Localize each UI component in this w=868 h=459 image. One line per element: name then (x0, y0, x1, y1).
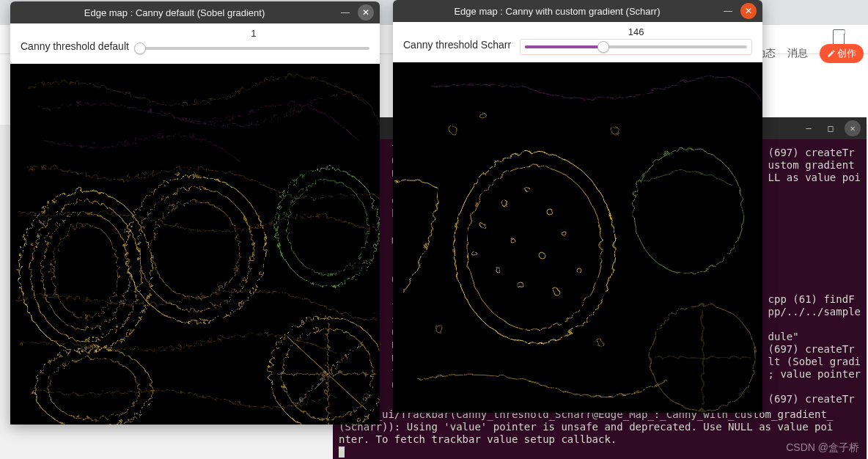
svg-point-30 (471, 251, 476, 255)
window-canny-scharr: Edge map : Canny with custom gradient (S… (393, 0, 762, 413)
svg-point-17 (452, 150, 613, 341)
terminal-maximize-button[interactable]: □ (823, 120, 839, 136)
terminal-close-button[interactable]: ✕ (845, 120, 861, 136)
window-title-scharr: Edge map : Canny with custom gradient (S… (399, 6, 716, 17)
slider-sobel[interactable] (138, 40, 369, 56)
svg-point-28 (574, 265, 578, 270)
terminal-text-upper: (697) createTr ustom gradient LL as valu… (768, 147, 861, 184)
window-title-sobel: Edge map : Canny default (Sobel gradient… (16, 7, 333, 18)
svg-point-31 (631, 147, 741, 271)
trackbar-label-sobel: Canny threshold default (21, 40, 138, 56)
edge-image-scharr (393, 62, 762, 413)
window-canny-sobel: Edge map : Canny default (Sobel gradient… (10, 1, 380, 425)
terminal-cursor (339, 447, 345, 458)
svg-point-6 (150, 199, 238, 295)
svg-point-8 (285, 178, 366, 272)
svg-point-27 (551, 287, 557, 293)
svg-point-36 (478, 111, 484, 117)
close-button-scharr[interactable]: ✕ (740, 3, 757, 19)
slider-scharr[interactable] (520, 39, 752, 55)
close-button-sobel[interactable]: ✕ (358, 4, 374, 21)
titlebar-sobel[interactable]: Edge map : Canny default (Sobel gradient… (10, 1, 380, 23)
svg-point-22 (508, 236, 512, 240)
edge-image-sobel (10, 64, 380, 425)
trackbar-label-scharr: Canny threshold Scharr (403, 39, 520, 55)
svg-point-35 (448, 125, 455, 132)
titlebar-scharr[interactable]: Edge map : Canny with custom gradient (S… (393, 0, 762, 22)
csdn-watermark: CSDN @盒子桥 (786, 441, 859, 455)
trackbar-scharr: Canny threshold Scharr 146 (393, 22, 762, 62)
slider-thumb-sobel[interactable] (134, 43, 146, 54)
terminal-minimize-button[interactable]: — (801, 120, 817, 136)
create-button-label: 创作 (837, 47, 856, 60)
svg-point-24 (559, 229, 564, 233)
svg-point-3 (51, 222, 117, 316)
svg-point-16 (45, 356, 136, 417)
csdn-nav: 动态 消息 创作 (755, 44, 864, 63)
svg-point-37 (609, 125, 617, 132)
nav-item-messages[interactable]: 消息 (787, 47, 808, 60)
svg-point-20 (523, 185, 527, 189)
svg-point-1 (29, 199, 139, 339)
svg-point-21 (544, 206, 550, 212)
svg-point-18 (465, 164, 600, 328)
svg-point-9 (268, 315, 380, 425)
minimize-button-scharr[interactable]: — (720, 3, 736, 19)
svg-point-23 (537, 250, 542, 256)
svg-point-26 (493, 265, 498, 270)
trackbar-sobel: Canny threshold default 1 (10, 23, 380, 64)
trackbar-value-sobel: 1 (138, 28, 369, 39)
create-button[interactable]: 创作 (820, 44, 864, 63)
svg-point-5 (136, 186, 251, 309)
terminal-text-mid: cpp (61) findF pp/../../sample dule" (69… (768, 293, 861, 405)
minimize-button-sobel[interactable]: — (337, 4, 353, 21)
trackbar-value-scharr: 146 (520, 26, 752, 37)
svg-point-29 (479, 221, 483, 226)
svg-point-19 (500, 199, 506, 205)
svg-point-15 (32, 346, 150, 425)
slider-thumb-scharr[interactable] (597, 41, 609, 53)
svg-point-2 (40, 210, 128, 328)
pencil-icon (827, 49, 836, 58)
svg-point-39 (595, 338, 601, 344)
svg-point-25 (515, 279, 521, 285)
svg-point-38 (433, 323, 441, 330)
terminal-text-bottom: ackbar_ui/Trackbar(Canny_threshold_Schar… (339, 408, 861, 446)
